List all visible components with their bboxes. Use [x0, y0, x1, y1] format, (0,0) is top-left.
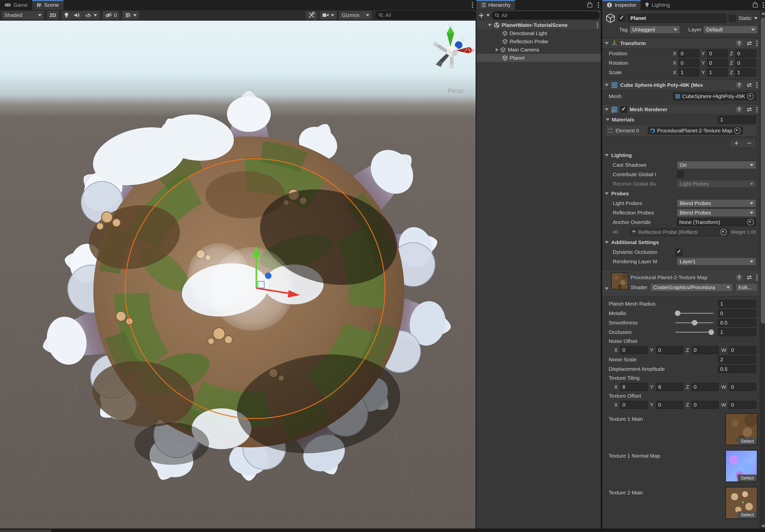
help-icon[interactable]	[736, 82, 742, 88]
lock-icon[interactable]	[587, 3, 592, 7]
mesh-renderer-enabled-checkbox[interactable]	[620, 106, 627, 113]
transform-header[interactable]: Transform	[602, 38, 760, 49]
noise-offset-w-field[interactable]: 0	[729, 346, 756, 354]
displacement-field[interactable]: 0.5	[718, 365, 756, 373]
texture2-select-button[interactable]: Select	[738, 511, 757, 518]
tiling-x-field[interactable]: 8	[620, 383, 647, 391]
tab-hierarchy[interactable]: Hierarchy	[476, 0, 515, 10]
static-dropdown-icon[interactable]	[754, 17, 758, 19]
foldout-icon[interactable]	[605, 84, 609, 86]
tab-scene[interactable]: Scene	[32, 0, 63, 10]
shader-edit-button[interactable]: Edit...	[736, 283, 758, 291]
remove-material-button[interactable]: −	[743, 139, 756, 148]
rotation-z-field[interactable]: 0	[735, 59, 756, 67]
foldout-icon[interactable]	[606, 119, 610, 121]
receive-gi-dropdown[interactable]: Light Probes	[677, 180, 756, 188]
noise-offset-z-field[interactable]: 0	[692, 346, 719, 354]
scene-search-input[interactable]: All	[376, 11, 475, 19]
expand-icon[interactable]	[496, 48, 498, 52]
hierarchy-item-main-camera[interactable]: Main Camera	[476, 46, 601, 54]
foldout-icon[interactable]	[605, 287, 609, 290]
gameobject-name-field[interactable]: Planet	[628, 14, 726, 23]
mesh-filter-header[interactable]: Cube Sphere-High Poly-49K (Mes	[602, 80, 760, 91]
foldout-icon[interactable]	[488, 24, 492, 26]
component-menu-icon[interactable]	[756, 85, 758, 86]
layer-dropdown[interactable]: Default	[703, 26, 758, 34]
inspector-menu-icon[interactable]	[763, 4, 764, 6]
gizmos-dropdown[interactable]: Gizmos	[339, 11, 372, 20]
scene-audio-toggle[interactable]	[71, 11, 83, 20]
noise-offset-y-field[interactable]: 0	[656, 346, 683, 354]
2d-toggle-button[interactable]: 2D	[47, 11, 59, 20]
position-y-field[interactable]: 0	[707, 50, 728, 58]
rotation-y-field[interactable]: 0	[707, 59, 728, 67]
tab-game[interactable]: Game	[0, 0, 32, 10]
active-checkbox[interactable]	[618, 15, 625, 22]
scrollbar-thumb[interactable]	[761, 18, 765, 324]
texture1-select-button[interactable]: Select	[738, 438, 757, 445]
shader-dropdown[interactable]: CosterGraphics/Procedura	[650, 283, 733, 291]
scroll-down-icon[interactable]	[762, 525, 765, 528]
texture1-main-thumbnail[interactable]: Select	[725, 413, 758, 445]
hierarchy-item-directional-light[interactable]: Directional Light	[476, 29, 601, 37]
probe0-field[interactable]: Reflection Probe (Reflecti	[630, 228, 729, 236]
help-icon[interactable]	[736, 106, 742, 113]
tiling-z-field[interactable]: 0	[692, 383, 719, 391]
hierarchy-item-reflection-probe[interactable]: Reflection Probe	[476, 37, 601, 46]
mesh-object-field[interactable]: CubeSphere-HighPoly-49K	[673, 92, 756, 100]
rotation-x-field[interactable]: 0	[678, 59, 699, 67]
occlusion-field[interactable]: 1	[718, 328, 756, 336]
offset-z-field[interactable]: 0	[692, 401, 719, 409]
occlusion-slider[interactable]	[675, 332, 713, 333]
foldout-icon[interactable]	[605, 108, 609, 111]
scene-camera-settings-button[interactable]	[320, 11, 337, 20]
component-menu-icon[interactable]	[756, 277, 758, 278]
scene-root-menu-icon[interactable]	[597, 24, 598, 26]
orientation-gizmo[interactable]: y z x	[432, 23, 474, 70]
smoothness-slider[interactable]	[675, 322, 713, 323]
object-picker-icon[interactable]	[734, 127, 741, 134]
projection-mode-label[interactable]: Persp	[448, 87, 463, 94]
offset-y-field[interactable]: 0	[656, 401, 683, 409]
dynamic-occlusion-checkbox[interactable]	[675, 249, 682, 256]
scene-tab-menu-icon[interactable]	[472, 4, 473, 6]
lock-icon[interactable]	[753, 3, 758, 7]
noise-offset-x-field[interactable]: 0	[620, 346, 647, 354]
view-lock-icon[interactable]	[465, 48, 470, 55]
object-picker-icon[interactable]	[720, 229, 727, 236]
tiling-w-field[interactable]: 0	[729, 383, 756, 391]
object-picker-icon[interactable]	[747, 219, 754, 226]
light-probes-dropdown[interactable]: Blend Probes	[677, 199, 756, 207]
material-header[interactable]: Procedural Planet-2-Texture Map Shader	[602, 270, 760, 296]
tab-lighting[interactable]: Lighting	[641, 0, 674, 10]
help-icon[interactable]	[736, 40, 742, 47]
scale-y-field[interactable]: 1	[707, 68, 728, 76]
scale-x-field[interactable]: 1	[678, 68, 699, 76]
hierarchy-item-planet[interactable]: Planet	[476, 54, 601, 62]
position-x-field[interactable]: 0	[678, 50, 699, 58]
shading-mode-dropdown[interactable]: Shaded	[1, 11, 44, 20]
add-object-button[interactable]	[478, 12, 484, 18]
texture1-normal-thumbnail[interactable]: Select	[725, 450, 758, 482]
hierarchy-menu-icon[interactable]	[598, 4, 599, 6]
scene-tools-button[interactable]	[306, 11, 318, 20]
metallic-slider[interactable]	[675, 313, 713, 314]
static-checkbox[interactable]	[729, 15, 736, 22]
presets-icon[interactable]	[746, 82, 752, 88]
cast-shadows-dropdown[interactable]: On	[677, 161, 756, 169]
anchor-override-field[interactable]: None (Transform)	[677, 218, 756, 226]
hidden-objects-toggle[interactable]: 0	[102, 11, 120, 20]
offset-x-field[interactable]: 0	[620, 401, 647, 409]
position-z-field[interactable]: 0	[735, 50, 756, 58]
tab-inspector[interactable]: Inspector	[602, 0, 641, 10]
presets-icon[interactable]	[746, 275, 752, 280]
add-object-dropdown-icon[interactable]	[486, 14, 490, 16]
noise-scale-field[interactable]: 2	[718, 355, 756, 363]
additional-settings-section[interactable]: Additional Settings	[602, 238, 760, 247]
grid-visibility-toggle[interactable]	[122, 11, 139, 20]
materials-count-field[interactable]: 1	[718, 116, 756, 124]
rendering-layer-dropdown[interactable]: Layer1	[677, 258, 756, 266]
metallic-field[interactable]: 0	[718, 309, 756, 317]
contribute-gi-checkbox[interactable]	[677, 171, 684, 178]
smoothness-field[interactable]: 0.5	[718, 319, 756, 327]
